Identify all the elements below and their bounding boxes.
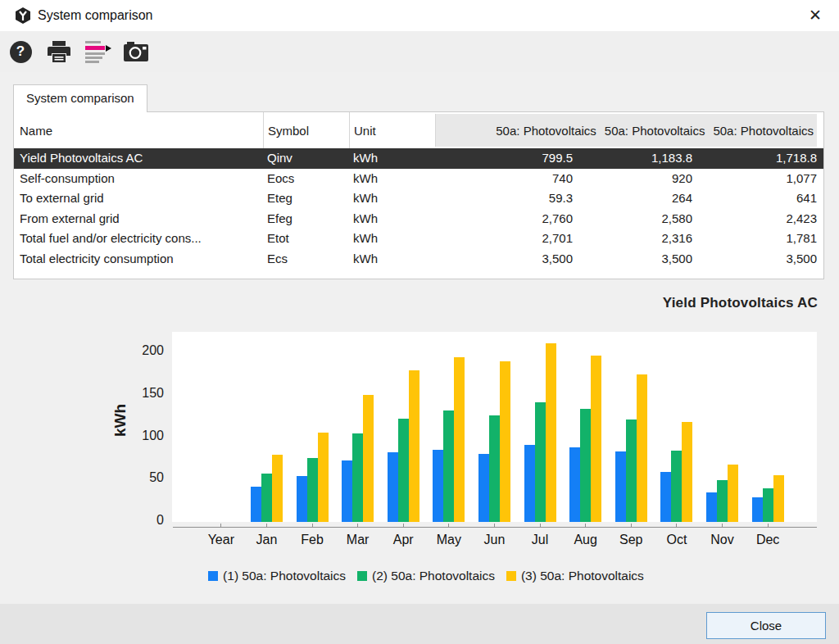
bar bbox=[706, 492, 717, 522]
table-row[interactable]: To external gridEtegkWh59.3264641 bbox=[14, 188, 823, 209]
close-button[interactable]: Close bbox=[706, 612, 826, 639]
legend-label: (1) 50a: Photovoltaics bbox=[223, 569, 346, 583]
tab-system-comparison[interactable]: System comparison bbox=[13, 84, 147, 112]
bar-group-jun bbox=[472, 332, 518, 522]
report-accent-line bbox=[85, 46, 105, 50]
report-icon bbox=[85, 40, 110, 63]
x-tick bbox=[608, 524, 654, 527]
bar bbox=[728, 465, 738, 522]
bar-group-may bbox=[426, 332, 472, 522]
table-cell: Etot bbox=[263, 229, 349, 249]
bar bbox=[489, 415, 500, 522]
table-cell: Ecs bbox=[263, 249, 349, 270]
column-header-unit[interactable]: Unit bbox=[349, 112, 435, 148]
y-tick-label: 100 bbox=[120, 429, 164, 443]
table-cell: kWh bbox=[349, 249, 435, 270]
x-axis-label: Nov bbox=[700, 533, 746, 547]
bar bbox=[615, 451, 626, 522]
table-cell: 1,183.8 bbox=[573, 148, 692, 169]
bar bbox=[660, 472, 671, 522]
help-icon: ? bbox=[10, 41, 32, 63]
table-row[interactable]: Total fuel and/or electricity cons...Eto… bbox=[14, 229, 823, 249]
table-cell: kWh bbox=[349, 188, 435, 209]
table-cell: Eteg bbox=[263, 188, 349, 209]
bar bbox=[569, 447, 580, 522]
bar-group-feb bbox=[289, 332, 335, 522]
print-button[interactable] bbox=[45, 38, 73, 66]
x-axis-label: Sep bbox=[608, 533, 654, 547]
report-button[interactable] bbox=[84, 38, 111, 66]
table-cell: Qinv bbox=[263, 148, 349, 169]
bar-group-apr bbox=[380, 332, 426, 522]
x-axis-label: Feb bbox=[289, 533, 335, 547]
bar bbox=[524, 445, 535, 522]
x-axis-label: Jan bbox=[244, 533, 290, 547]
screenshot-button[interactable] bbox=[122, 38, 150, 66]
bar-group-sep bbox=[608, 332, 654, 522]
bar bbox=[342, 460, 352, 522]
table-cell: 3,500 bbox=[692, 249, 823, 270]
y-tick-label: 0 bbox=[120, 513, 164, 528]
table-cell: 799.5 bbox=[435, 148, 573, 169]
legend-item: (2) 50a: Photovoltaics bbox=[357, 569, 495, 583]
bar bbox=[352, 433, 363, 522]
bar bbox=[251, 487, 261, 522]
y-tick-label: 150 bbox=[120, 386, 164, 401]
table-cell: Yield Photovoltaics AC bbox=[14, 148, 263, 169]
legend-swatch-icon bbox=[506, 571, 516, 581]
bar bbox=[297, 476, 307, 522]
bar bbox=[272, 455, 283, 522]
bar bbox=[546, 343, 556, 522]
x-tick bbox=[244, 524, 290, 527]
x-tick bbox=[472, 524, 518, 527]
column-header-symbol[interactable]: Symbol bbox=[263, 112, 349, 148]
bar bbox=[591, 356, 601, 522]
x-tick bbox=[700, 524, 746, 527]
table-row[interactable]: Self-consumptionEocskWh7409201,077 bbox=[14, 169, 823, 189]
column-header-systems: 50a: Photovoltaics50a: Photovoltaics50a:… bbox=[435, 114, 817, 147]
x-axis-labels: YearJanFebMarAprMayJunJulAugSepOctNovDec bbox=[172, 533, 817, 547]
table-cell: 740 bbox=[435, 169, 573, 189]
bar bbox=[454, 357, 465, 522]
window-close-button[interactable]: ✕ bbox=[803, 3, 828, 28]
table-cell: 641 bbox=[692, 188, 823, 209]
x-tick bbox=[654, 524, 700, 527]
table-cell: kWh bbox=[349, 148, 435, 169]
table-cell: 264 bbox=[573, 188, 692, 209]
table-row[interactable]: Yield Photovoltaics ACQinvkWh799.51,183.… bbox=[14, 148, 823, 169]
bar bbox=[500, 361, 510, 522]
x-axis-label: Aug bbox=[563, 533, 609, 547]
bar bbox=[398, 419, 409, 522]
x-tick bbox=[289, 524, 335, 527]
footer-bar: Close bbox=[0, 604, 839, 644]
table-cell: kWh bbox=[349, 229, 435, 249]
table-row[interactable]: From external gridEfegkWh2,7602,5802,423 bbox=[14, 209, 823, 229]
bar-group-aug bbox=[563, 332, 609, 522]
bar-group-nov bbox=[700, 332, 746, 522]
x-tick bbox=[517, 524, 563, 527]
table-cell: 920 bbox=[573, 169, 692, 189]
x-axis-label: Year bbox=[198, 533, 244, 547]
bar bbox=[307, 458, 318, 522]
table-cell: kWh bbox=[349, 169, 435, 189]
table-cell: 1,718.8 bbox=[692, 148, 823, 169]
table-cell: Efeg bbox=[263, 209, 349, 229]
legend-swatch-icon bbox=[208, 571, 218, 581]
table-cell: 2,701 bbox=[435, 229, 573, 249]
printer-icon bbox=[46, 39, 72, 65]
legend-label: (3) 50a: Photovoltaics bbox=[521, 569, 644, 583]
x-tick bbox=[745, 524, 791, 527]
x-axis-label: Jul bbox=[517, 533, 563, 547]
bar bbox=[388, 452, 398, 522]
bar bbox=[717, 480, 728, 522]
table-body: Yield Photovoltaics ACQinvkWh799.51,183.… bbox=[14, 148, 823, 269]
toolbar: ? bbox=[0, 31, 839, 72]
column-header-name[interactable]: Name bbox=[14, 112, 263, 148]
bar bbox=[637, 374, 647, 522]
table-row[interactable]: Total electricity consumptionEcskWh3,500… bbox=[14, 249, 823, 270]
table-cell: Self-consumption bbox=[14, 169, 263, 189]
table-cell: 2,580 bbox=[573, 209, 692, 229]
bar-group-mar bbox=[335, 332, 381, 522]
bar-group-jul bbox=[517, 332, 563, 522]
help-button[interactable]: ? bbox=[7, 38, 34, 66]
